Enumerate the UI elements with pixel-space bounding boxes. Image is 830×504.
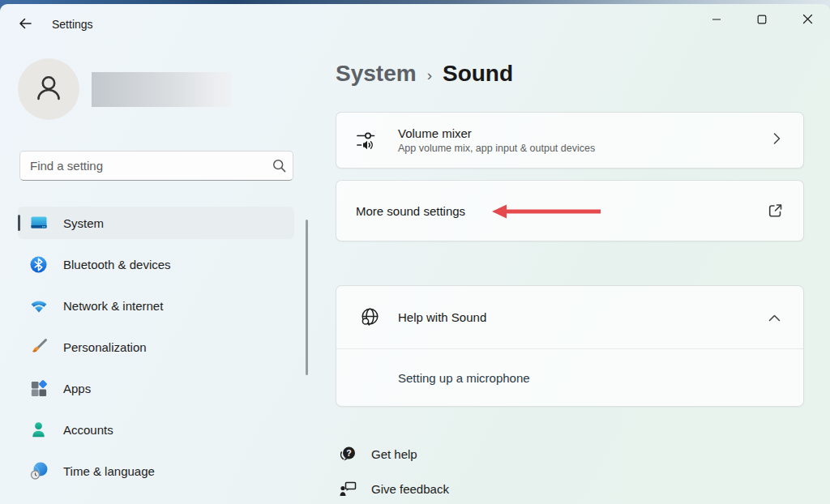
sidebar-item-label: Time & language	[63, 464, 155, 478]
minimize-icon	[712, 13, 721, 28]
person-icon	[28, 420, 49, 440]
more-sound-settings-row[interactable]: More sound settings	[336, 180, 804, 241]
sidebar-item-personalization[interactable]: Personalization	[18, 331, 294, 363]
settings-window: Settings	[0, 4, 830, 504]
sidebar-nav: System Bluetooth & devices Network &	[18, 207, 294, 496]
wifi-icon	[28, 296, 49, 316]
svg-text:?: ?	[346, 447, 351, 457]
get-help-link[interactable]: ? Get help	[336, 442, 417, 465]
red-arrow-annotation	[492, 204, 602, 222]
sidebar-item-label: System	[63, 216, 104, 230]
sidebar-item-bluetooth[interactable]: Bluetooth & devices	[18, 248, 294, 280]
globe-search-icon	[359, 306, 382, 328]
external-link-icon	[767, 203, 784, 220]
back-button[interactable]	[11, 12, 39, 38]
volume-mixer-row[interactable]: Volume mixer App volume mix, app input &…	[336, 112, 804, 169]
feedback-person-icon	[338, 480, 357, 498]
sidebar-item-label: Apps	[63, 382, 91, 395]
volume-mixer-title: Volume mixer	[398, 126, 595, 140]
paintbrush-icon	[28, 337, 49, 357]
help-with-sound-label: Help with Sound	[398, 310, 486, 324]
breadcrumb-system[interactable]: System	[336, 61, 417, 87]
sidebar-item-label: Bluetooth & devices	[63, 258, 171, 271]
search-box	[19, 151, 293, 181]
avatar-person-icon	[32, 70, 66, 108]
page-title: Sound	[443, 61, 513, 87]
clock-globe-icon	[28, 461, 49, 481]
maximize-button[interactable]	[739, 4, 785, 36]
setting-up-microphone-link[interactable]: Setting up a microphone	[398, 371, 530, 385]
volume-mixer-icon	[355, 130, 379, 152]
back-arrow-icon	[17, 15, 33, 35]
sidebar-item-label: Network & internet	[63, 299, 163, 313]
maximize-icon	[757, 13, 767, 28]
volume-mixer-subtitle: App volume mix, app input & output devic…	[398, 143, 595, 154]
give-feedback-link[interactable]: Give feedback	[336, 477, 449, 500]
sidebar-item-label: Accounts	[63, 423, 113, 437]
apps-grid-icon	[28, 378, 49, 399]
sidebar-item-system[interactable]: System	[18, 207, 294, 239]
window-title: Settings	[52, 18, 93, 31]
volume-mixer-text: Volume mixer App volume mix, app input &…	[398, 126, 595, 154]
help-bubble-icon: ?	[338, 445, 357, 463]
search-input[interactable]	[20, 159, 265, 173]
sidebar-item-accounts[interactable]: Accounts	[18, 413, 294, 446]
chevron-right-icon	[773, 133, 781, 148]
user-avatar[interactable]	[18, 58, 79, 120]
sidebar-scrollbar[interactable]	[306, 220, 308, 375]
minimize-button[interactable]	[694, 4, 739, 36]
breadcrumb: System › Sound	[336, 61, 513, 87]
bluetooth-icon	[28, 254, 49, 275]
window-controls	[694, 4, 830, 36]
search-icon[interactable]	[265, 159, 293, 173]
user-name-redacted	[92, 72, 231, 107]
help-link-row: Setting up a microphone	[336, 349, 803, 407]
titlebar: Settings	[0, 4, 830, 43]
sidebar-item-network[interactable]: Network & internet	[18, 289, 294, 322]
system-laptop-icon	[28, 213, 49, 233]
sidebar-item-apps[interactable]: Apps	[18, 372, 294, 404]
close-icon	[802, 13, 813, 28]
sidebar-item-time-language[interactable]: Time & language	[18, 455, 294, 487]
give-feedback-label: Give feedback	[371, 482, 449, 496]
sidebar-item-label: Personalization	[63, 340, 147, 354]
chevron-up-icon[interactable]	[768, 310, 781, 325]
breadcrumb-separator-icon: ›	[427, 63, 432, 84]
more-sound-settings-label: More sound settings	[356, 204, 465, 218]
help-section-card: Help with Sound Setting up a microphone	[336, 285, 804, 407]
close-button[interactable]	[785, 4, 830, 36]
get-help-label: Get help	[371, 447, 417, 461]
help-with-sound-row[interactable]: Help with Sound	[336, 286, 803, 349]
